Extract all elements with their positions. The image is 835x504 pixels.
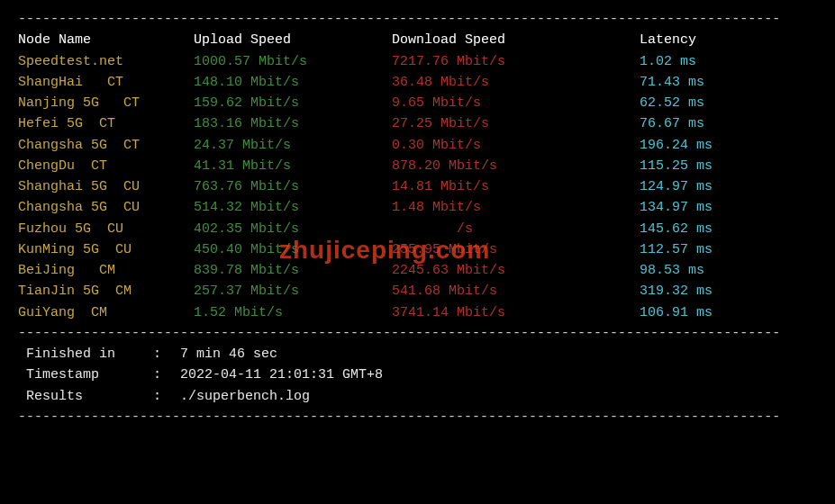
footer-timestamp: Timestamp : 2022-04-11 21:01:31 GMT+8 (18, 364, 817, 385)
header-upload: Upload Speed (194, 30, 392, 50)
node-name: Hefei 5G CT (18, 113, 194, 134)
header-download: Download Speed (392, 30, 640, 50)
download-speed: 3741.14 Mbit/s (392, 302, 640, 323)
upload-speed: 41.31 Mbit/s (194, 156, 392, 176)
table-row: Fuzhou 5G CU402.35 Mbit/s /s145.62 ms (18, 219, 817, 239)
latency: 98.53 ms (640, 260, 817, 281)
latency: 196.24 ms (640, 135, 817, 156)
node-name: ChengDu CT (18, 156, 194, 176)
latency: 62.52 ms (640, 93, 817, 113)
latency: 76.67 ms (640, 113, 817, 134)
footer-results: Results : ./superbench.log (18, 386, 817, 407)
footer-finished: Finished in : 7 min 46 sec (18, 344, 817, 364)
latency: 319.32 ms (640, 281, 817, 302)
upload-speed: 402.35 Mbit/s (194, 219, 392, 239)
latency: 124.97 ms (640, 176, 817, 197)
download-speed: 2245.63 Mbit/s (392, 260, 640, 281)
table-row: ChengDu CT41.31 Mbit/s878.20 Mbit/s115.2… (18, 156, 817, 176)
table-row: GuiYang CM1.52 Mbit/s3741.14 Mbit/s106.9… (18, 302, 817, 323)
latency: 71.43 ms (640, 72, 817, 93)
latency: 1.02 ms (640, 51, 817, 72)
upload-speed: 148.10 Mbit/s (194, 72, 392, 93)
download-speed: 7217.76 Mbit/s (392, 51, 640, 72)
node-name: TianJin 5G CM (18, 281, 194, 302)
node-name: BeiJing CM (18, 260, 194, 281)
table-row: Hefei 5G CT183.16 Mbit/s27.25 Mbit/s76.6… (18, 113, 817, 134)
table-row: TianJin 5G CM257.37 Mbit/s541.68 Mbit/s3… (18, 281, 817, 302)
header-latency: Latency (640, 30, 817, 50)
upload-speed: 514.32 Mbit/s (194, 197, 392, 218)
table-row: BeiJing CM839.78 Mbit/s2245.63 Mbit/s98.… (18, 260, 817, 281)
upload-speed: 257.37 Mbit/s (194, 281, 392, 302)
results-label: Results (18, 386, 153, 407)
upload-speed: 1.52 Mbit/s (194, 302, 392, 323)
download-speed: 255.95 Mbit/s (392, 239, 640, 260)
upload-speed: 450.40 Mbit/s (194, 239, 392, 260)
divider-bottom: ----------------------------------------… (18, 407, 817, 428)
table-row: Shanghai 5G CU763.76 Mbit/s14.81 Mbit/s1… (18, 176, 817, 197)
node-name: KunMing 5G CU (18, 239, 194, 260)
upload-speed: 839.78 Mbit/s (194, 260, 392, 281)
colon: : (153, 364, 180, 385)
upload-speed: 1000.57 Mbit/s (194, 51, 392, 72)
download-speed: 9.65 Mbit/s (392, 93, 640, 113)
node-name: Nanjing 5G CT (18, 93, 194, 113)
download-speed: 36.48 Mbit/s (392, 72, 640, 93)
download-speed: 878.20 Mbit/s (392, 156, 640, 176)
download-speed: 27.25 Mbit/s (392, 113, 640, 134)
timestamp-value: 2022-04-11 21:01:31 GMT+8 (180, 364, 383, 385)
table-row: Speedtest.net1000.57 Mbit/s7217.76 Mbit/… (18, 51, 817, 72)
divider-top: ----------------------------------------… (18, 9, 817, 30)
download-speed: 1.48 Mbit/s (392, 197, 640, 218)
node-name: Fuzhou 5G CU (18, 219, 194, 239)
latency: 112.57 ms (640, 239, 817, 260)
upload-speed: 24.37 Mbit/s (194, 135, 392, 156)
latency: 134.97 ms (640, 197, 817, 218)
latency: 106.91 ms (640, 302, 817, 323)
download-speed: 0.30 Mbit/s (392, 135, 640, 156)
latency: 145.62 ms (640, 219, 817, 239)
node-name: GuiYang CM (18, 302, 194, 323)
finished-label: Finished in (18, 344, 153, 364)
results-value: ./superbench.log (180, 386, 310, 407)
header-row: Node Name Upload Speed Download Speed La… (18, 30, 817, 50)
upload-speed: 183.16 Mbit/s (194, 113, 392, 134)
download-speed: 14.81 Mbit/s (392, 176, 640, 197)
node-name: Shanghai 5G CU (18, 176, 194, 197)
node-name: Changsha 5G CU (18, 197, 194, 218)
download-speed: /s (392, 219, 640, 239)
latency: 115.25 ms (640, 156, 817, 176)
table-row: ShangHai CT148.10 Mbit/s36.48 Mbit/s71.4… (18, 72, 817, 93)
upload-speed: 763.76 Mbit/s (194, 176, 392, 197)
download-speed: 541.68 Mbit/s (392, 281, 640, 302)
table-row: Changsha 5G CT24.37 Mbit/s0.30 Mbit/s196… (18, 135, 817, 156)
divider-mid: ----------------------------------------… (18, 323, 817, 344)
table-row: KunMing 5G CU450.40 Mbit/s255.95 Mbit/s1… (18, 239, 817, 260)
results-table-body: Speedtest.net1000.57 Mbit/s7217.76 Mbit/… (18, 51, 817, 323)
node-name: ShangHai CT (18, 72, 194, 93)
upload-speed: 159.62 Mbit/s (194, 93, 392, 113)
colon: : (153, 386, 180, 407)
table-row: Changsha 5G CU514.32 Mbit/s1.48 Mbit/s13… (18, 197, 817, 218)
table-row: Nanjing 5G CT159.62 Mbit/s9.65 Mbit/s62.… (18, 93, 817, 113)
node-name: Speedtest.net (18, 51, 194, 72)
node-name: Changsha 5G CT (18, 135, 194, 156)
timestamp-label: Timestamp (18, 364, 153, 385)
colon: : (153, 344, 180, 364)
finished-value: 7 min 46 sec (180, 344, 277, 364)
header-node: Node Name (18, 30, 194, 50)
